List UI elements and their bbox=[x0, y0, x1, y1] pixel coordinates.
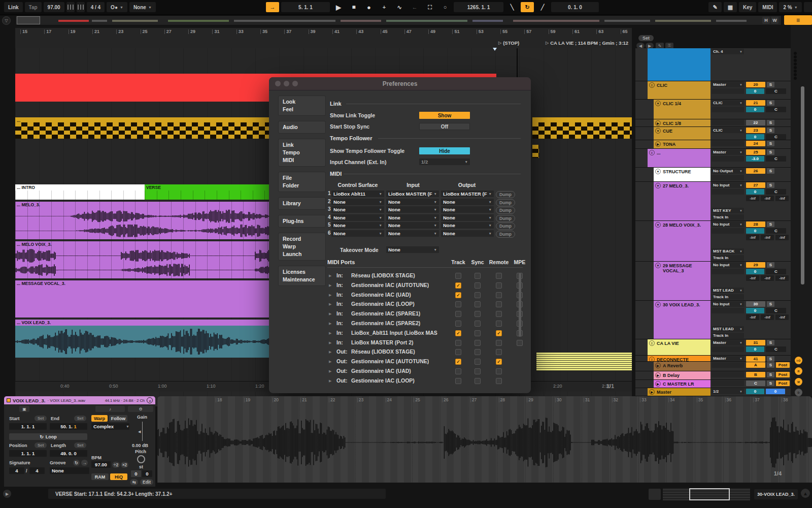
send-level-field[interactable]: -inf bbox=[746, 314, 759, 320]
routing-box[interactable]: Track In bbox=[712, 333, 744, 338]
cue-button[interactable]: C bbox=[766, 228, 786, 234]
remote-checkbox[interactable] bbox=[496, 368, 502, 374]
track-row[interactable]: ≡...Master▼25S-3.0C bbox=[635, 149, 791, 168]
session-record-region-icon[interactable]: ⛶ bbox=[423, 2, 436, 12]
overview-toggle-icon[interactable]: ▽ bbox=[2, 16, 11, 25]
fold-icon[interactable]: ▶ bbox=[655, 363, 661, 368]
sample-editor[interactable]: 1/4 181920212223242526272829303132333435… bbox=[157, 396, 812, 483]
ruler-tick[interactable]: 23 bbox=[116, 29, 123, 34]
output-dropdown[interactable]: None▼ bbox=[441, 199, 494, 205]
double-bpm-button[interactable]: ×2 bbox=[121, 462, 128, 468]
sidebar-item-file[interactable]: File bbox=[283, 174, 321, 182]
solo-button[interactable]: S bbox=[767, 362, 774, 368]
pitch-knob[interactable] bbox=[137, 455, 145, 463]
editor-ruler-tick[interactable]: 24 bbox=[386, 398, 392, 402]
set-length-button[interactable]: Set bbox=[74, 442, 86, 448]
unfold-icon[interactable]: ▼ bbox=[655, 169, 661, 174]
post-toggle[interactable]: Post bbox=[776, 380, 790, 386]
nudge-up-button[interactable] bbox=[77, 2, 85, 12]
input-dropdown[interactable]: None▼ bbox=[386, 199, 439, 205]
ruler-tick[interactable]: 15 bbox=[20, 29, 27, 34]
ruler-tick[interactable]: 33 bbox=[236, 29, 244, 34]
play-button[interactable]: ▶ bbox=[332, 2, 345, 12]
minimize-icon[interactable] bbox=[284, 81, 289, 86]
sidebar-item-tempo[interactable]: Tempo bbox=[283, 149, 321, 156]
editor-ruler-tick[interactable]: 20 bbox=[273, 398, 279, 402]
track-row[interactable]: ▼CLIC 1/4CLIC▼21S0C bbox=[635, 100, 791, 119]
ruler-tick[interactable]: 31 bbox=[212, 29, 219, 34]
channel-number[interactable]: B bbox=[746, 372, 765, 377]
clip-gold-left[interactable]: ... bbox=[15, 117, 269, 139]
ruler-tick[interactable]: 27 bbox=[164, 29, 172, 34]
track-name[interactable]: ▶B Delay bbox=[654, 371, 710, 379]
mixer-section-toggle-r[interactable]: R bbox=[795, 367, 802, 375]
track-name[interactable]: ▼27 MELO_3. bbox=[654, 182, 710, 220]
track-row[interactable]: Ch. 4▼ bbox=[635, 48, 791, 81]
routing-dropdown[interactable]: No Input▼ bbox=[712, 221, 744, 227]
set-end-button[interactable]: Set bbox=[74, 416, 86, 421]
clip-color-swatch[interactable] bbox=[7, 398, 11, 402]
remote-checkbox[interactable] bbox=[496, 340, 502, 346]
send-level-field[interactable]: -inf bbox=[775, 314, 789, 320]
sidebar-item-plugins[interactable]: Plug-Ins bbox=[283, 217, 321, 225]
editor-ruler-tick[interactable]: 28 bbox=[499, 398, 505, 402]
track-row[interactable]: ▶CLIC 1/822S bbox=[635, 119, 791, 127]
editor-ruler-tick[interactable]: 27 bbox=[470, 398, 477, 402]
ram-button[interactable]: RAM bbox=[91, 473, 109, 480]
remote-checkbox[interactable]: ✓ bbox=[496, 359, 502, 365]
arrangement-overview[interactable] bbox=[15, 15, 782, 25]
loop-position-field[interactable]: 1. 1. 1 bbox=[9, 450, 47, 457]
routing-box[interactable]: Track In bbox=[712, 255, 744, 261]
expand-arrow-icon[interactable]: ▶ bbox=[329, 322, 331, 326]
tap-tempo-button[interactable]: Tap bbox=[25, 2, 42, 12]
sidebar-item-maintenance[interactable]: Maintenance bbox=[283, 276, 321, 283]
clip-tab-icon[interactable]: ▣ bbox=[19, 406, 29, 412]
capture-midi-icon[interactable]: ○ bbox=[438, 2, 452, 12]
track-checkbox[interactable] bbox=[455, 368, 461, 374]
arrangement-position-field[interactable]: 5. 1. 1 bbox=[281, 2, 330, 12]
input-dropdown[interactable]: None▼ bbox=[386, 206, 439, 213]
loop-start-field[interactable]: 1265. 1. 1 bbox=[454, 2, 503, 12]
ruler-tick[interactable]: 47 bbox=[404, 29, 412, 34]
nudge-down-button[interactable] bbox=[66, 2, 75, 12]
control-surface-dropdown[interactable]: None▼ bbox=[331, 214, 384, 221]
pitch-coarse-field[interactable]: 0 bbox=[131, 470, 141, 477]
envelopes-tab-icon[interactable]: ⚙ bbox=[128, 406, 153, 412]
editor-ruler-tick[interactable]: 21 bbox=[300, 398, 307, 402]
gain-slider[interactable] bbox=[142, 422, 143, 441]
track-row[interactable]: ▶B DelayBSPost bbox=[635, 371, 791, 380]
output-dropdown[interactable]: None▼ bbox=[441, 206, 494, 213]
track-name[interactable]: ▼CUE bbox=[654, 127, 710, 140]
clip-melo-voix[interactable]: ... MELO VOIX_3. bbox=[15, 241, 269, 278]
ports-scrollbar[interactable] bbox=[519, 273, 521, 337]
cue-button[interactable]: C bbox=[766, 189, 786, 195]
cue-button[interactable]: C bbox=[766, 134, 786, 140]
editor-ruler-tick[interactable]: 23 bbox=[357, 398, 363, 402]
solo-button[interactable]: S bbox=[767, 380, 774, 386]
track-name[interactable]: ▶Master bbox=[648, 388, 710, 396]
set-start-button[interactable]: Set bbox=[35, 416, 47, 421]
dump-button[interactable]: Dump bbox=[496, 223, 515, 230]
loop-toggle[interactable]: ↻ bbox=[521, 2, 534, 12]
unfold-icon[interactable]: ▼ bbox=[655, 302, 661, 307]
track-name[interactable] bbox=[648, 48, 710, 81]
output-dropdown[interactable]: None▼ bbox=[441, 230, 494, 237]
editor-ruler-tick[interactable]: 29 bbox=[527, 398, 533, 402]
input-dropdown[interactable]: LioBox MASTER (F▼ bbox=[386, 190, 439, 197]
key-map-button[interactable]: Key bbox=[739, 2, 756, 12]
gain-slider-handle[interactable]: ◀ bbox=[138, 430, 141, 434]
solo-button[interactable]: S bbox=[767, 221, 774, 227]
track-name[interactable]: ▶A Reverb bbox=[654, 362, 710, 371]
remote-checkbox[interactable]: ✓ bbox=[496, 330, 502, 336]
ruler-tick[interactable]: 41 bbox=[332, 29, 340, 34]
solo-button[interactable]: S bbox=[767, 149, 774, 155]
input-channel-dropdown[interactable]: 1/2▼ bbox=[419, 158, 470, 165]
track-row[interactable]: ≡CA LA VIEMaster▼31S0C bbox=[635, 339, 791, 356]
routing-dropdown[interactable]: CLIC▼ bbox=[712, 100, 744, 106]
track-checkbox[interactable] bbox=[455, 340, 461, 346]
clip-melo[interactable]: ... MELO_3. bbox=[15, 202, 269, 239]
control-surface-dropdown[interactable]: None▼ bbox=[331, 206, 384, 213]
track-checkbox[interactable] bbox=[455, 311, 461, 317]
mixer-section-toggle-i-o[interactable]: I-O bbox=[795, 357, 802, 364]
routing-dropdown[interactable]: MST LEAD▼ bbox=[712, 326, 744, 332]
